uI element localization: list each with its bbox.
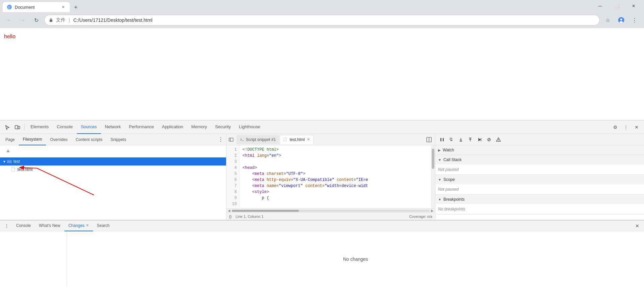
reload-button[interactable]: ↻ [31,15,42,26]
scrollbar-thumb-h [232,210,299,212]
watch-section-header[interactable]: ▶ Watch [435,145,644,155]
editor-tab-snippet[interactable]: Script snippet #1 [236,135,279,144]
svg-rect-7 [18,126,20,129]
add-folder-button[interactable]: + [4,147,12,155]
subtab-content-scripts[interactable]: Content scripts [71,134,106,145]
drawer-menu-button[interactable]: ⋮ [3,222,11,230]
code-horizontal-scrollbar[interactable]: ◀ ▶ [226,208,435,212]
forward-button[interactable]: → [17,15,28,26]
pause-on-exceptions-button[interactable] [494,136,502,144]
step-out-button[interactable] [466,136,474,144]
subtab-filesystem[interactable]: Filesystem [19,134,46,145]
minimize-button[interactable]: — [592,1,608,11]
tab-network[interactable]: Network [101,121,125,134]
code-line-8: <style> [243,189,428,195]
cursor-position: Line 1, Column 1 [235,214,263,219]
step-button[interactable] [476,136,484,144]
editor-tab-actions [424,135,434,144]
code-line-9: p { [243,195,428,201]
code-vertical-scrollbar[interactable] [431,145,435,208]
toggle-sidebar-button[interactable] [228,136,234,143]
sidebar-toggle-icon [229,137,233,142]
code-editor: Script snippet #1 test.html ✕ [226,134,435,220]
device-toolbar-button[interactable] [13,123,22,132]
tab-memory[interactable]: Memory [187,121,211,134]
file-label: test.html [17,167,223,172]
svg-line-12 [37,168,94,195]
pause-exceptions-icon [496,137,501,142]
inspect-element-button[interactable] [3,123,12,132]
drawer-tab-whatsnew[interactable]: What's New [35,221,64,231]
devtools-tabs: Elements Console Sources Network Perform… [26,121,610,134]
tab-sources[interactable]: Sources [77,121,101,134]
tab-performance[interactable]: Performance [125,121,158,134]
file-tree: ▼ test test. [0,157,226,220]
debugger-sections: ▶ Watch ▼ Call Stack Not paused [435,145,644,220]
browser-frame: D Document ✕ + — ⬜ ✕ ← → ↻ [0,0,644,287]
scroll-right-arrow[interactable]: ▶ [431,209,434,212]
svg-rect-6 [15,126,18,129]
settings-button[interactable]: ⚙ [610,123,620,132]
tab-security[interactable]: Security [211,121,235,134]
sources-subtabs: Page Filesystem Overrides Content script… [0,134,226,145]
code-line-7: <meta name="viewport" content="width=dev… [243,183,428,189]
tab-application[interactable]: Application [158,121,187,134]
profile-button[interactable] [616,15,627,26]
subtab-snippets[interactable]: Snippets [106,134,130,145]
breakpoints-icon [487,137,491,142]
changes-tab-close[interactable]: ✕ [86,223,89,228]
tab-console[interactable]: Console [53,121,77,134]
svg-line-29 [488,139,490,141]
close-devtools-button[interactable]: ✕ [632,123,641,132]
html-file-icon [283,138,287,142]
window-controls: — ⬜ ✕ [592,1,641,11]
back-button[interactable]: ← [4,15,15,26]
drawer-tab-console[interactable]: Console [12,221,35,231]
drawer-close-button[interactable]: ✕ [633,222,641,230]
pause-button[interactable] [438,136,446,144]
bookmark-button[interactable]: ☆ [602,15,613,26]
format-icon[interactable]: {} [229,214,231,219]
svg-text:D: D [8,6,10,9]
folder-icon [7,159,12,164]
maximize-button[interactable]: ⬜ [609,1,625,11]
folder-label: test [13,159,223,164]
drawer-tab-changes[interactable]: Changes ✕ [64,221,93,231]
subtab-overrides[interactable]: Overrides [46,134,71,145]
svg-rect-16 [284,138,286,141]
code-line-1: <!DOCTYPE html> [243,147,428,153]
step-into-button[interactable] [457,136,465,144]
breakpoints-header[interactable]: ▼ Breakpoints [435,195,644,204]
deactivate-breakpoints-button[interactable] [485,136,493,144]
new-tab-button[interactable]: + [71,3,80,12]
tree-folder-test[interactable]: ▼ test [0,157,226,165]
scope-header[interactable]: ▼ Scope [435,175,644,184]
code-line-10 [243,201,428,207]
scroll-left-arrow[interactable]: ◀ [228,209,230,212]
step-out-icon [468,137,473,142]
svg-point-31 [498,141,499,141]
tab-lighthouse[interactable]: Lighthouse [235,121,264,134]
drawer-tab-search[interactable]: Search [93,221,114,231]
subtabs-more-button[interactable]: ⋮ [217,136,225,144]
code-area[interactable]: 1 2 3 4 5 6 7 8 9 10 <!DOCTYPE html> <ht… [226,145,435,208]
subtab-page[interactable]: Page [1,134,19,145]
url-bar[interactable]: 文件 | C:/Users/17121/Desktop/test/test.ht… [44,15,600,26]
pretty-print-button[interactable] [424,135,434,144]
cursor-icon [5,125,10,130]
breakpoints-section: ▼ Breakpoints No breakpoints [435,195,644,214]
editor-tab-testhtml[interactable]: test.html ✕ [280,135,313,144]
step-over-button[interactable] [447,136,455,144]
tab-close-button[interactable]: ✕ [60,4,66,10]
editor-tab-close[interactable]: ✕ [307,137,310,142]
close-window-button[interactable]: ✕ [626,1,641,11]
page-content: hello [0,28,644,120]
browser-tab-active[interactable]: D Document ✕ [3,2,70,12]
tree-file-test-html[interactable]: test.html [0,165,226,174]
drawer-main-content: No changes [67,231,644,287]
menu-button[interactable]: ⋮ [629,15,640,26]
tab-elements[interactable]: Elements [26,121,53,134]
call-stack-header[interactable]: ▼ Call Stack [435,155,644,164]
more-options-button[interactable]: ⋮ [621,123,631,132]
pause-icon [440,137,444,142]
